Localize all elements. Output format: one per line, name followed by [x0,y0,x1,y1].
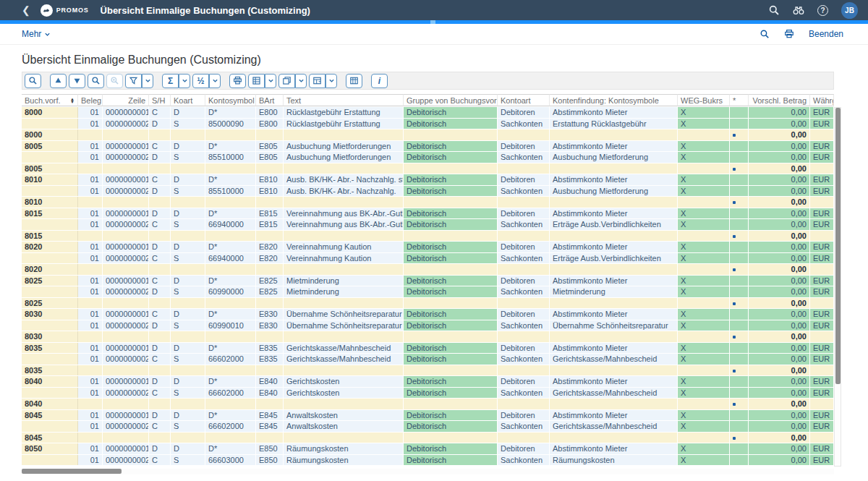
cell-zeile[interactable]: 0000000001 [103,443,149,454]
subtotal-empty-cell[interactable] [404,331,498,342]
cell-w-hrg[interactable]: EUR [810,186,834,197]
cell-text[interactable]: Mietminderung [284,276,404,286]
subtotal-row[interactable]: 80200,00 [22,264,834,275]
cell-vorschl-betrag[interactable]: 0,00 [749,443,810,454]
cell-zeile[interactable]: 0000000001 [103,208,149,219]
cell-kontosymbol[interactable]: 66603000 [205,455,256,466]
column-header-gruppe-von-buchungsvorf-llen[interactable]: Gruppe von Buchungsvorfällen [404,94,498,106]
cell-kontoart[interactable]: Debitoren [498,376,550,387]
cell-text[interactable]: Räumungskosten [284,455,404,466]
subtotal-empty-cell[interactable] [78,298,103,309]
subtotal-empty-cell[interactable] [149,264,171,275]
buchvorf-cell[interactable]: 8030 [22,309,78,320]
subtotal-empty-cell[interactable] [103,331,149,342]
cell-s-h[interactable]: D [149,320,171,331]
cell-vorschl-betrag[interactable]: 0,00 [749,276,810,286]
cell-weg-bukrs[interactable]: X [678,455,730,466]
cell-s-h[interactable]: D [149,376,171,387]
avatar[interactable]: JB [841,2,858,19]
cell-vorschl-betrag[interactable]: 0,00 [749,242,810,252]
subtotal-amount[interactable]: 0,00 [749,331,810,342]
subtotal-row[interactable]: 80350,00 [22,365,834,376]
cell-w-hrg[interactable]: EUR [810,320,834,331]
cell-bart[interactable]: E805 [256,141,284,152]
cell-kontenfindung-kontosymbole[interactable]: Gerichtskasse/Mahnbescheid [550,354,678,365]
cell-kontoart[interactable]: Debitoren [498,276,550,286]
cell-beleg[interactable]: 01 [78,219,103,230]
cell-kontoart[interactable]: Sachkonten [498,320,550,331]
cell--[interactable] [730,320,749,331]
subtotal-empty-cell[interactable] [103,163,149,174]
cell-kontoart[interactable]: Sachkonten [498,253,550,264]
cell-vorschl-betrag[interactable]: 0,00 [749,186,810,197]
buchvorf-cell[interactable]: 8035 [22,343,78,354]
subtotal-empty-cell[interactable] [678,298,730,309]
cell-s-h[interactable]: D [149,119,171,129]
cell-beleg[interactable]: 01 [78,421,103,432]
cell-gruppe-von-buchungsvorf-llen[interactable]: Debitorisch [404,253,498,264]
cell-zeile[interactable]: 0000000002 [103,421,149,432]
subtotal-empty-cell[interactable] [205,433,256,443]
cell-vorschl-betrag[interactable]: 0,00 [749,219,810,230]
cell-bart[interactable]: E815 [256,219,284,230]
buchvorf-cell[interactable]: 8050 [22,443,78,454]
subtotal-empty-cell[interactable] [171,129,205,140]
cell-bart[interactable]: E820 [256,242,284,252]
subtotal-empty-cell[interactable] [205,264,256,275]
cell-koart[interactable]: S [171,354,205,365]
cell-weg-bukrs[interactable]: X [678,443,730,454]
table-row[interactable]: 010000000002DS60990000E825MietminderungD… [22,286,834,297]
subtotal-empty-cell[interactable] [171,331,205,342]
cell-text[interactable]: Ausb. BK/HK- Abr.- Nachzahlg. [284,186,404,197]
subtotal-empty-cell[interactable] [256,264,284,275]
column-header-text[interactable]: Text [284,94,404,106]
table-row[interactable]: 8000010000000001CDD*E800Rücklastgebühr E… [22,107,834,118]
cell-kontenfindung-kontosymbole[interactable]: Räumungskosten [550,455,678,466]
subtotal-row[interactable]: 80400,00 [22,399,834,409]
column-header-kontoart[interactable]: Kontoart [498,94,550,106]
cell-zeile[interactable]: 0000000002 [103,186,149,197]
cell-text[interactable]: Vereinnahmung aus BK-Abr.-Guthaben [284,219,404,230]
cell-s-h[interactable]: D [149,186,171,197]
column-header-koart[interactable]: Koart [171,94,205,106]
table-row[interactable]: 8040010000000001DDD*E840GerichtskostenDe… [22,376,834,387]
cell-text[interactable]: Gerichtskasse/Mahnbescheid [284,343,404,354]
subtotal-empty-cell[interactable] [149,231,171,242]
cell-weg-bukrs[interactable]: X [678,410,730,421]
cell-s-h[interactable]: C [149,455,171,466]
cell--[interactable] [730,354,749,365]
cell-kontenfindung-kontosymbole[interactable]: Abstimmkonto Mieter [550,242,678,252]
subtotal-empty-cell[interactable] [149,331,171,342]
cell-beleg[interactable]: 01 [78,410,103,421]
cell-w-hrg[interactable]: EUR [810,253,834,264]
subtotal-marker[interactable] [730,331,749,342]
cell-weg-bukrs[interactable]: X [678,174,730,185]
layout-dropdown-icon[interactable] [326,74,337,88]
subtotal-empty-cell[interactable] [171,197,205,208]
subtotal-label[interactable]: 8025 [22,298,78,309]
cell-kontoart[interactable]: Debitoren [498,309,550,320]
buchvorf-cell[interactable] [22,119,78,129]
cell-text[interactable]: Rücklastgebühr Erstattung [284,119,404,129]
vertical-scrollbar[interactable] [834,107,841,467]
subtotal-amount[interactable]: 0,00 [749,197,810,208]
print-button[interactable] [229,74,246,88]
cell-zeile[interactable]: 0000000002 [103,455,149,466]
subtotal-empty-cell[interactable] [205,163,256,174]
subtotal-empty-cell[interactable] [404,298,498,309]
cell-koart[interactable]: D [171,208,205,219]
cell-kontenfindung-kontosymbole[interactable]: Erträge Ausb.Verbindlichkeiten [550,253,678,264]
subtotal-empty-cell[interactable] [678,197,730,208]
subtotal-empty-cell[interactable] [103,298,149,309]
subtotal-empty-cell[interactable] [550,231,678,242]
subtotal-label[interactable]: 8000 [22,129,78,140]
column-header-kontosymbol[interactable]: Kontosymbol [205,94,256,106]
subtotal-amount[interactable]: 0,00 [749,298,810,309]
subtotal-empty-cell[interactable] [498,433,550,443]
buchvorf-cell[interactable] [22,186,78,197]
subtotal-empty-cell[interactable] [678,399,730,409]
cell-bart[interactable]: E830 [256,320,284,331]
cell--[interactable] [730,309,749,320]
cell-gruppe-von-buchungsvorf-llen[interactable]: Debitorisch [404,174,498,185]
subtotal-empty-cell[interactable] [498,331,550,342]
